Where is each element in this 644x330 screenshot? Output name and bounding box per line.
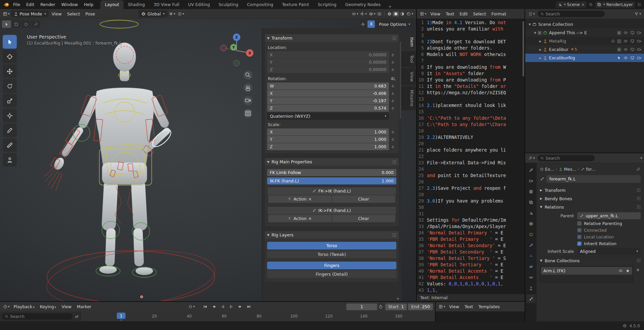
rig-layer-fingers-detail[interactable]: Fingers (Detail) [267,270,396,278]
rotation-w-field[interactable]: W0.683 [267,82,389,90]
properties-tab-particles[interactable] [526,252,536,260]
editor-type-button[interactable]: ▾ [527,11,536,16]
rotation-lock-button[interactable]: 4L [391,76,396,81]
overlays-dropdown[interactable]: ▾ [368,11,377,16]
frame-start-field[interactable]: Start1 [385,304,407,310]
panel-rig-main-header[interactable]: ▼Rig Main Properties [265,158,399,166]
eye-icon[interactable] [624,47,628,52]
lock-open-icon[interactable] [389,130,396,134]
menu-render[interactable]: Render [37,2,58,7]
sidebar-tab-tool[interactable]: Tool [401,51,416,67]
action-button[interactable]: Action× [268,196,332,203]
properties-tab-object-data[interactable] [526,284,536,292]
checkbox-connected[interactable] [577,228,582,232]
lock-open-icon[interactable] [389,53,396,57]
editor-type-button[interactable]: ▾ [438,304,446,309]
lock-open-icon[interactable] [389,84,396,88]
tool-move[interactable] [3,64,17,78]
monitor-icon[interactable] [630,56,635,60]
outliner-search-input[interactable] [546,11,602,16]
workspace-tab-texture-paint[interactable]: Texture Paint [278,0,313,9]
sidebar-tab-view[interactable]: View [401,68,416,86]
tool-rotate[interactable] [3,79,17,93]
tool-transform[interactable] [3,109,17,122]
lock-open-icon[interactable] [389,92,396,95]
breadcrumb-item-1[interactable]: Mes... [559,167,576,172]
properties-tab-output[interactable] [526,187,536,196]
text-menu-view[interactable]: View [428,9,443,19]
location-z-field[interactable]: Z0.00000 [267,66,389,73]
render-layer-selector[interactable]: ▾ RenderLayer [595,1,635,8]
select-lasso-button[interactable] [31,20,40,28]
previous-keyframe-button[interactable] [210,303,218,310]
blender-logo-icon[interactable] [3,2,9,7]
scene-selector[interactable]: ▾ Scene × [556,1,587,8]
text2-menu-templates[interactable]: Templates [476,302,502,312]
menu-help[interactable]: Help [81,2,97,7]
properties-search-input[interactable] [546,156,592,161]
panel-bone-collections[interactable]: ▼Bone Collections [540,256,641,265]
eye-icon[interactable] [624,39,628,43]
properties-tab-object[interactable] [526,230,536,239]
viewport-menu-view[interactable]: View [49,9,64,19]
panel-relations[interactable]: ▼Relations [540,203,641,211]
rotation-y-field[interactable]: Y-0.197 [267,97,389,104]
current-frame-field[interactable]: 1 [346,304,377,310]
monitor-sm-icon[interactable] [611,39,615,43]
lock-open-icon[interactable] [389,68,396,71]
tool-annotate[interactable] [3,123,17,137]
frame-end-field[interactable]: End250 [408,304,433,310]
unlink-icon[interactable]: × [308,197,312,202]
lock-open-icon[interactable] [389,138,396,141]
expander-icon[interactable]: ▼ [527,23,532,26]
checkbox-local-location[interactable] [577,235,582,239]
next-keyframe-button[interactable] [236,303,244,310]
camera-icon[interactable] [637,31,641,35]
copy-icon[interactable] [589,2,593,7]
cursor-icon[interactable] [617,56,621,60]
timeline-menu-playback[interactable]: Playback▾ [11,302,37,312]
mirror-x-toggle[interactable]: X [367,20,375,28]
location-y-field[interactable]: Y0.00000 [267,59,389,66]
inherit-scale-dropdown[interactable]: Aligned▾ [577,248,641,255]
scale-z-field[interactable]: Z1.000 [267,143,389,150]
gizmo-y-label[interactable]: Y [232,46,235,49]
new-datablock-icon[interactable] [637,2,641,7]
workspace-tab-uv-editing[interactable]: UV Editing [184,0,214,9]
outliner-row-append-this-e[interactable]: ▼ Append This --> E [525,29,644,37]
eye-icon[interactable] [624,31,628,35]
shading-rendered-button[interactable]: ▾ [405,11,414,16]
gizmo-z-label[interactable]: Z [235,36,238,39]
select-circle-button[interactable] [21,20,31,28]
bone-collection-row-arm-l-fk[interactable]: Arm.L (FK) [541,267,632,275]
parent-field[interactable]: upper_arm_fk.L [577,212,641,219]
properties-tab-render[interactable] [526,176,536,185]
slider-ik-fk-hand-l[interactable]: IK-FK (hand.L)1.000 [267,177,396,184]
outliner-row-metarig[interactable]: ▶MetaRig [525,37,644,45]
sidebar-scrollbar[interactable] [400,42,401,119]
sidebar-tab-mixamo[interactable]: Mixamo [401,86,416,110]
properties-tab-constraints[interactable] [526,273,536,282]
remove-bone-collection-button[interactable]: × [635,266,641,273]
panel-bendy-bones[interactable]: ▶Bendy Bones [540,194,641,203]
rotation-z-field[interactable]: Z0.574 [267,105,389,112]
chevron-down-icon[interactable]: ▾ [640,157,642,160]
lock-open-icon[interactable] [389,106,396,110]
panel-rig-layers-header[interactable]: ▼Rig Layers [265,231,399,239]
tool-measure[interactable] [3,138,17,152]
properties-tab-view-layer[interactable] [526,198,536,207]
scale-y-field[interactable]: Y1.000 [267,136,389,143]
timeline-search[interactable] [2,313,72,320]
auto-keying-toggle[interactable]: ▾ [187,304,196,309]
editor-type-button[interactable]: ▾ [527,156,536,161]
action-button[interactable]: Action× [268,215,332,222]
editor-type-button[interactable]: ▾ [2,304,11,309]
monitor-icon[interactable] [630,47,635,52]
properties-search[interactable] [538,155,595,161]
properties-tab-physics[interactable] [526,262,536,271]
expander-icon[interactable]: ▶ [538,48,543,51]
rig-layer-fingers[interactable]: Fingers [267,262,396,269]
eye-icon[interactable] [624,56,628,60]
checkbox-checked[interactable] [617,31,621,35]
editor-type-button[interactable]: ▾ [2,11,11,16]
